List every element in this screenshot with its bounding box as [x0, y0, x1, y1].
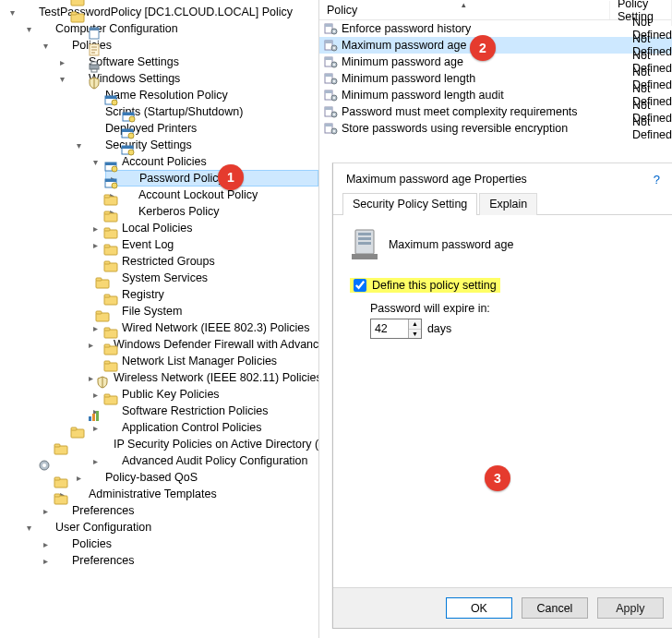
dialog-tabs: Security Policy Setting Explain [333, 192, 672, 215]
gear-icon [37, 21, 52, 36]
expand-icon[interactable]: ▸ [39, 537, 52, 550]
tab-security-policy-setting[interactable]: Security Policy Setting [342, 193, 477, 215]
spin-down-icon[interactable]: ▼ [409, 330, 421, 339]
policy-item-icon [323, 88, 338, 102]
tree-pkp[interactable]: ▸Public Key Policies [89, 386, 318, 403]
sort-asc-icon: ▴ [462, 0, 466, 9]
tree-preferences-1[interactable]: ▸Preferences [39, 502, 318, 519]
list-row[interactable]: Store passwords using reversible encrypt… [319, 120, 672, 137]
dialog-buttons: OK Cancel Apply [333, 587, 672, 628]
tree-wired-net[interactable]: ▸Wired Network (IEEE 802.3) Policies [89, 319, 318, 336]
collapse-icon[interactable]: ▾ [89, 155, 102, 168]
tree-policies-2[interactable]: ▸Policies [39, 536, 318, 552]
folder-icon [70, 487, 85, 501]
expire-label: Password will expire in: [370, 302, 656, 315]
list-body: Enforce password historyNot DefinedMaxim… [319, 20, 672, 137]
folder-icon [54, 38, 68, 53]
callout-1: 1 [218, 164, 244, 190]
tree-wireless-net[interactable]: ▸Wireless Network (IEEE 802.11) Policies [89, 369, 318, 386]
expire-unit-label: days [427, 322, 451, 335]
tree-restricted-groups[interactable]: ▸Restricted Groups [89, 253, 318, 270]
policy-name-label: Maximum password age [389, 238, 513, 251]
collapse-icon[interactable]: ▾ [72, 138, 85, 151]
details-pane: Policy ▴ Policy Setting Enforce password… [319, 0, 672, 638]
expire-days-input[interactable] [371, 319, 408, 338]
expire-days-spinner[interactable]: ▲ ▼ [370, 319, 422, 339]
tree-pb-qos[interactable]: ▸Policy-based QoS [72, 469, 318, 486]
tree-defender[interactable]: ▸Windows Defender Firewall with Advanced… [89, 336, 318, 353]
tree-preferences-2[interactable]: ▸Preferences [39, 552, 318, 569]
tree-registry[interactable]: ▸Registry [89, 286, 318, 303]
list-row[interactable]: Enforce password historyNot Defined [319, 20, 672, 37]
define-policy-label: Define this policy setting [372, 279, 497, 292]
list-header: Policy ▴ Policy Setting [319, 0, 672, 20]
properties-dialog: Maximum password age Properties ? Securi… [332, 163, 672, 629]
sec-icon [120, 204, 135, 219]
apply-button[interactable]: Apply [597, 597, 664, 619]
col-policy[interactable]: Policy ▴ [319, 1, 610, 19]
tree-lockout-policy[interactable]: ▸Account Lockout Policy [105, 187, 318, 203]
tree-root[interactable]: ▾ TestPasswordPolicy [DC1.CLOUD.LOCAL] P… [6, 4, 318, 20]
list-row-value: Not Defined [629, 115, 672, 141]
tree-aap[interactable]: ▸Advanced Audit Policy Configuration [89, 452, 318, 469]
bars-icon [87, 470, 102, 485]
collapse-icon[interactable]: ▾ [55, 72, 68, 85]
ok-button[interactable]: OK [446, 597, 512, 619]
tree-nlm[interactable]: ▸Network List Manager Policies [89, 353, 318, 369]
list-row-name: Enforce password history [342, 22, 629, 35]
tree-admin-templates[interactable]: ▸Administrative Templates [55, 486, 318, 502]
collapse-icon[interactable]: ▾ [39, 39, 52, 52]
folder-icon [54, 553, 68, 568]
callout-2: 2 [470, 35, 496, 61]
server-icon [350, 228, 379, 261]
shield-icon [87, 138, 102, 152]
tree-kerberos-policy[interactable]: ▸Kerberos Policy [105, 203, 318, 220]
expand-icon[interactable]: ▸ [89, 371, 93, 384]
policy-item-icon [323, 121, 338, 136]
list-row[interactable]: Minimum password length auditNot Defined [319, 87, 672, 103]
expand-icon[interactable]: ▸ [89, 238, 102, 251]
list-row-name: Password must meet complexity requiremen… [342, 105, 629, 118]
spin-up-icon[interactable]: ▲ [409, 319, 421, 330]
collapse-icon[interactable]: ▾ [22, 22, 35, 35]
policy-item-icon [323, 38, 338, 53]
list-row[interactable]: Maximum password ageNot Defined [319, 37, 672, 54]
policy-item-icon [323, 54, 338, 69]
tree-acp[interactable]: ▸Application Control Policies [89, 419, 318, 436]
expand-icon[interactable]: ▸ [89, 222, 102, 235]
tree-pane: ▾ TestPasswordPolicy [DC1.CLOUD.LOCAL] P… [0, 0, 319, 638]
dialog-title: Maximum password age Properties [346, 173, 527, 187]
tree-password-policy[interactable]: ▸Password Policy [105, 170, 318, 187]
policy-item-icon [323, 104, 338, 119]
list-row[interactable]: Minimum password ageNot Defined [319, 54, 672, 70]
define-policy-checkbox[interactable] [354, 279, 366, 292]
list-row[interactable]: Password must meet complexity requiremen… [319, 103, 672, 120]
gpo-icon [20, 5, 35, 19]
list-row-name: Minimum password length audit [342, 89, 629, 102]
expand-icon[interactable]: ▸ [39, 554, 52, 567]
folder-icon [103, 453, 118, 468]
gear-icon [37, 520, 52, 535]
expand-icon[interactable]: ▸ [55, 55, 68, 68]
tree-event-log[interactable]: ▸Event Log [89, 236, 318, 253]
collapse-icon[interactable]: ▾ [22, 521, 35, 534]
callout-3: 3 [485, 465, 510, 491]
cancel-button[interactable]: Cancel [522, 597, 588, 619]
folder-icon [70, 71, 85, 86]
policy-item-icon [323, 71, 338, 86]
dialog-title-bar: Maximum password age Properties ? [333, 163, 672, 192]
help-button[interactable]: ? [654, 173, 660, 187]
dialog-body: Maximum password age Define this policy … [333, 215, 672, 587]
collapse-icon[interactable]: ▾ [6, 6, 18, 18]
tree-srp[interactable]: ▸Software Restriction Policies [89, 403, 318, 419]
tree-file-system[interactable]: ▸File System [89, 303, 318, 319]
list-row-name: Minimum password length [342, 72, 629, 85]
tree-system-services[interactable]: ▸System Services [89, 270, 318, 286]
expand-icon[interactable]: ▸ [89, 338, 93, 351]
tab-explain[interactable]: Explain [479, 193, 537, 215]
list-row[interactable]: Minimum password lengthNot Defined [319, 70, 672, 87]
define-policy-checkbox-row[interactable]: Define this policy setting [350, 278, 500, 293]
list-row-name: Store passwords using reversible encrypt… [342, 122, 629, 135]
tree-ipsec[interactable]: ▸IP Security Policies on Active Director… [89, 436, 318, 452]
tree-local-policies[interactable]: ▸Local Policies [89, 220, 318, 236]
